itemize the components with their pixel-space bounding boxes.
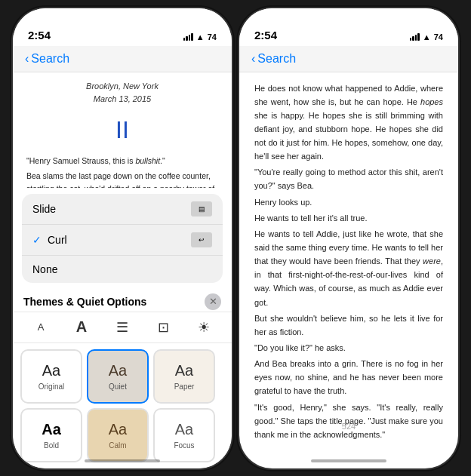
home-indicator-left (85, 459, 160, 462)
theme-calm[interactable]: Aa Calm (87, 408, 149, 462)
curl-checkmark: ✓ (32, 234, 42, 246)
signal-icon-right (410, 33, 420, 41)
theme-quiet-name: Quiet (109, 382, 127, 391)
theme-paper-name: Paper (174, 382, 195, 391)
chevron-left-icon-right: ‹ (251, 52, 255, 66)
page-layout-button[interactable]: ⊡ (148, 315, 178, 339)
nav-bar-right[interactable]: ‹ Search (239, 46, 458, 72)
para-2: "You're really going to method actor thi… (254, 165, 443, 192)
none-label: None (32, 263, 212, 275)
para-3: Henry looks up. (254, 195, 443, 209)
theme-cards-grid: Aa Original Aa Quiet Aa Paper Aa Bold (13, 343, 232, 468)
transition-item-curl[interactable]: ✓ Curl ↩ (22, 225, 223, 256)
font-small-icon: A (38, 321, 45, 333)
font-large-icon: A (76, 318, 87, 336)
theme-focus-aa: Aa (175, 421, 193, 438)
themes-title: Themes & Quiet Options (23, 296, 146, 308)
theme-quiet-aa: Aa (109, 362, 127, 379)
status-bar-left: 2:54 ▲ 74 (13, 8, 232, 46)
back-label-right: Search (257, 52, 296, 66)
theme-paper[interactable]: Aa Paper (153, 349, 215, 404)
phones-container: 2:54 ▲ 74 ‹ Search Brooklyn, Ne (13, 8, 458, 468)
bottom-panel: Slide ▤ ✓ Curl ↩ None Themes & Quiet Opt… (13, 188, 232, 468)
font-increase-button[interactable]: A (66, 315, 97, 339)
font-decrease-button[interactable]: A (26, 315, 56, 339)
signal-icon (183, 33, 193, 41)
page-number: 524 (342, 422, 356, 431)
status-icons-right: ▲ 74 (410, 32, 443, 41)
theme-original-name: Original (38, 382, 64, 391)
status-icons-left: ▲ 74 (183, 32, 217, 41)
back-button-right[interactable]: ‹ Search (251, 52, 296, 66)
time-right: 2:54 (254, 29, 277, 41)
brightness-button[interactable]: ☀ (189, 315, 219, 339)
para-7: "Do you like it?" he asks. (254, 341, 443, 355)
para-8: And Bea breaks into a grin. There is no … (254, 357, 443, 398)
reading-content: He does not know what happened to Addie,… (239, 72, 458, 442)
home-indicator-right (311, 459, 386, 462)
para-6: But she wouldn't believe him, so he lets… (254, 312, 443, 339)
curl-label: Curl (48, 234, 191, 246)
format-icon: ☰ (116, 319, 128, 336)
battery-left: 74 (208, 32, 217, 41)
para-1: He does not know what happened to Addie,… (254, 81, 443, 164)
slide-icon: ▤ (191, 201, 212, 217)
transition-item-none[interactable]: None (22, 256, 223, 283)
themes-header: Themes & Quiet Options ✕ (13, 289, 232, 312)
theme-quiet[interactable]: Aa Quiet (87, 349, 149, 404)
theme-calm-name: Calm (109, 441, 126, 450)
curl-icon: ↩ (191, 232, 212, 247)
format-button[interactable]: ☰ (107, 315, 137, 339)
left-phone: 2:54 ▲ 74 ‹ Search Brooklyn, Ne (13, 8, 232, 468)
status-bar-right: 2:54 ▲ 74 (239, 8, 458, 46)
time-left: 2:54 (28, 29, 51, 41)
theme-original[interactable]: Aa Original (20, 349, 82, 404)
para-4: He wants to tell her it's all true. (254, 211, 443, 225)
theme-paper-aa: Aa (175, 362, 193, 379)
chevron-left-icon: ‹ (25, 52, 29, 66)
theme-original-aa: Aa (42, 362, 60, 379)
slide-label: Slide (32, 203, 191, 215)
right-phone: 2:54 ▲ 74 ‹ Search He does not know what (239, 8, 458, 468)
close-button[interactable]: ✕ (205, 293, 221, 310)
battery-right: 74 (434, 32, 443, 41)
wifi-icon: ▲ (196, 32, 205, 41)
transition-menu: Slide ▤ ✓ Curl ↩ None (22, 194, 223, 283)
book-header: Brooklyn, New YorkMarch 13, 2015 (26, 80, 218, 106)
theme-bold-aa: Aa (42, 421, 61, 438)
back-label-left: Search (31, 52, 69, 66)
brightness-icon: ☀ (198, 319, 210, 336)
nav-bar-left[interactable]: ‹ Search (13, 46, 232, 72)
toolbar-row: A A ☰ ⊡ ☀ (13, 312, 232, 343)
page-layout-icon: ⊡ (158, 319, 169, 336)
para-5: He wants to tell Addie, just like he wro… (254, 227, 443, 309)
wifi-icon-right: ▲ (423, 32, 431, 41)
theme-bold[interactable]: Aa Bold (20, 408, 82, 462)
chapter-number: II (26, 112, 218, 149)
theme-bold-name: Bold (44, 441, 59, 450)
theme-calm-aa: Aa (109, 421, 127, 438)
transition-item-slide[interactable]: Slide ▤ (22, 194, 223, 225)
theme-focus[interactable]: Aa Focus (153, 408, 215, 462)
theme-focus-name: Focus (174, 441, 194, 450)
back-button-left[interactable]: ‹ Search (25, 52, 69, 66)
